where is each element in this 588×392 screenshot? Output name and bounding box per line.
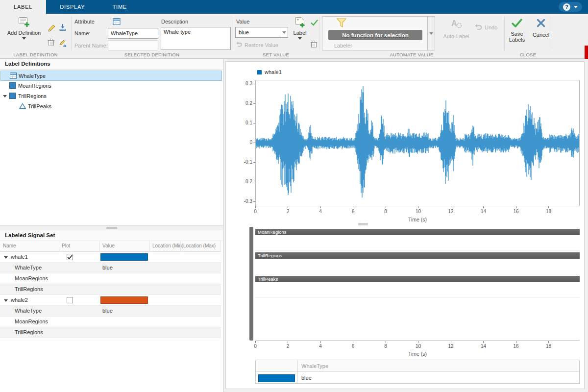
- section-divider: [319, 17, 319, 50]
- label-lane-trillregions[interactable]: TrillRegions: [255, 252, 580, 259]
- x-tick-label: 10: [416, 209, 421, 214]
- table-row-whale1[interactable]: whale1: [0, 252, 221, 263]
- x-tick-label: 0: [254, 209, 257, 214]
- table-row-moanregions[interactable]: MoanRegions: [0, 273, 221, 284]
- label-definitions-header: Label Definitions: [0, 59, 223, 70]
- add-definition-button[interactable]: Add Definition: [3, 15, 45, 51]
- gallery-message: No function for selection: [328, 30, 422, 40]
- label-definitions-title: Label Definitions: [5, 59, 50, 69]
- delete-value-button[interactable]: [310, 40, 318, 49]
- plot-checkbox[interactable]: [67, 254, 73, 260]
- auto-label-button[interactable]: A Auto-Label: [442, 18, 470, 48]
- legend-color-swatch: [257, 70, 262, 74]
- lane-scrollbar[interactable]: [249, 227, 253, 341]
- description-input[interactable]: Whale type: [161, 27, 231, 50]
- x-tick-mark: [353, 206, 353, 208]
- tree-item-moanregions[interactable]: MoanRegions: [0, 81, 222, 91]
- undo-icon: [473, 24, 482, 31]
- signal-plot[interactable]: [255, 80, 580, 206]
- x-tick-mark: [288, 206, 288, 208]
- table-row-whaletype[interactable]: WhaleTypeblue: [0, 306, 221, 317]
- point-icon: [19, 103, 26, 110]
- column-header-plot[interactable]: Plot: [62, 243, 70, 248]
- tab-time[interactable]: TIME: [99, 0, 141, 14]
- label-tag-icon: [294, 15, 306, 29]
- label-name: MoanRegions: [15, 317, 48, 327]
- chevron-down-icon: [280, 27, 288, 37]
- lane-x-tick-mark: [386, 341, 386, 343]
- funnel-icon: [336, 18, 347, 29]
- lane-x-tick-mark: [353, 341, 353, 343]
- expander-caret-icon[interactable]: [4, 256, 8, 259]
- lane-x-tick-mark: [516, 341, 516, 343]
- column-header-location-min[interactable]: Location (Min): [152, 243, 183, 248]
- section-divider: [233, 17, 233, 50]
- gallery-expand-button[interactable]: [428, 16, 435, 50]
- x-tick-mark: [516, 206, 516, 208]
- tree-item-trillpeaks[interactable]: TrillPeaks: [0, 101, 222, 112]
- table-row-whale2[interactable]: whale2: [0, 295, 221, 306]
- labeled-signal-set-title: Labeled Signal Set: [5, 230, 55, 241]
- name-input[interactable]: [108, 28, 158, 39]
- table-row-trillregions[interactable]: TrillRegions: [0, 284, 221, 295]
- expander-caret-icon[interactable]: [4, 299, 8, 302]
- y-tick-mark: [253, 162, 255, 163]
- tab-label[interactable]: LABEL: [0, 0, 46, 14]
- plot-checkbox[interactable]: [67, 297, 73, 303]
- column-header-location-max[interactable]: Location (Max): [183, 243, 216, 248]
- lane-x-tick-label: 4: [319, 343, 322, 349]
- region-icon: [9, 93, 16, 100]
- undo-button[interactable]: Undo: [473, 24, 497, 31]
- save-labels-button[interactable]: Save Labels: [505, 18, 529, 43]
- x-tick-mark: [386, 206, 386, 208]
- ribbon-toolstrip: Add Definition LABEL DEFINITION Attribut…: [0, 14, 588, 59]
- x-tick-mark: [418, 206, 418, 208]
- save-check-icon: [511, 18, 523, 29]
- waveform: [256, 80, 579, 206]
- plot-splitter-handle[interactable]: [358, 223, 368, 225]
- attribute-type-label: Attribute: [74, 19, 95, 24]
- import-definition-button[interactable]: [59, 24, 67, 32]
- y-tick-mark: [253, 143, 255, 143]
- add-definition-icon: [18, 15, 30, 29]
- label-name: MoanRegions: [15, 273, 48, 284]
- tree-item-trillregions[interactable]: TrillRegions: [0, 91, 222, 101]
- column-header-name[interactable]: Name: [3, 243, 16, 248]
- cancel-label: Cancel: [533, 32, 549, 38]
- x-tick-label: 18: [546, 209, 551, 214]
- panel-splitter[interactable]: [0, 225, 223, 230]
- label-lane-moanregions[interactable]: MoanRegions: [255, 229, 580, 235]
- value-cell[interactable]: blue: [301, 372, 312, 384]
- x-tick-mark: [451, 206, 451, 208]
- restore-value-button[interactable]: Restore Value: [235, 41, 278, 49]
- splitter-grip: [106, 227, 117, 229]
- tab-display[interactable]: DISPLAY: [46, 0, 98, 14]
- delete-definition-button[interactable]: [48, 38, 55, 48]
- edit-definition-button[interactable]: [48, 24, 55, 33]
- column-header-value[interactable]: Value: [102, 243, 115, 248]
- y-tick-label: 0.3: [236, 81, 252, 86]
- table-row-whaletype[interactable]: WhaleTypeblue: [0, 263, 221, 273]
- tree-item-whaletype[interactable]: WhaleType: [0, 71, 222, 81]
- help-button[interactable]: ?: [559, 2, 582, 12]
- accept-value-icon[interactable]: [311, 20, 318, 27]
- lane-x-tick-label: 16: [513, 343, 518, 349]
- undo-label: Undo: [485, 24, 497, 30]
- x-tick-label: 14: [481, 209, 486, 214]
- export-definition-button[interactable]: [59, 39, 67, 48]
- description-label: Description: [161, 19, 188, 24]
- cancel-button[interactable]: Cancel: [530, 18, 552, 38]
- label-lane-trillpeaks[interactable]: TrillPeaks: [255, 276, 580, 282]
- function-gallery[interactable]: No function for selection Labeler: [322, 16, 428, 50]
- value-color-swatch: [258, 374, 295, 382]
- label-name: TrillRegions: [15, 284, 43, 294]
- label-button[interactable]: Label: [290, 15, 310, 51]
- expander-caret-icon[interactable]: [3, 95, 7, 98]
- y-tick-label: 0: [236, 140, 252, 145]
- table-row-trillregions[interactable]: TrillRegions: [0, 327, 221, 338]
- gallery-caption: Labeler: [334, 43, 352, 49]
- label-name: WhaleType: [15, 263, 42, 273]
- table-row-moanregions[interactable]: MoanRegions: [0, 317, 221, 327]
- value-dropdown[interactable]: blue: [235, 27, 288, 38]
- label-name: WhaleType: [15, 306, 42, 316]
